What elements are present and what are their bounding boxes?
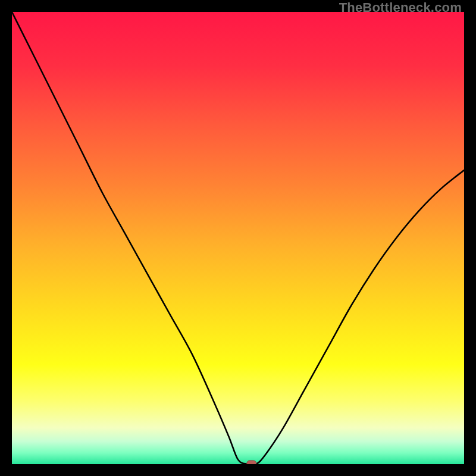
chart-frame: TheBottleneck.com <box>0 0 476 476</box>
watermark-text: TheBottleneck.com <box>339 0 462 15</box>
bottleneck-chart <box>12 12 464 464</box>
minimum-marker <box>247 461 256 464</box>
